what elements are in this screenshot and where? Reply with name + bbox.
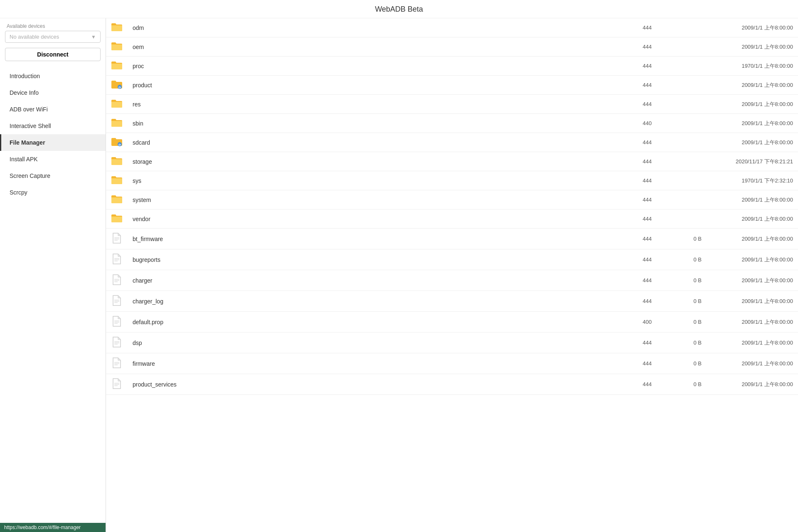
file-size: 0 B: [657, 270, 707, 291]
file-icon-cell: [106, 291, 128, 312]
file-size: [657, 171, 707, 190]
file-permissions: 444: [607, 229, 657, 249]
file-permissions: 400: [607, 312, 657, 332]
file-name: product_services: [128, 374, 607, 395]
file-size: 0 B: [657, 312, 707, 332]
folder-icon: [111, 99, 123, 108]
file-size: [657, 57, 707, 76]
table-row[interactable]: product_services 444 0 B 2009/1/1 上午8:00…: [106, 374, 798, 395]
folder-icon: ⟳: [111, 137, 123, 146]
file-icon-cell: [106, 374, 128, 395]
file-date: 2009/1/1 上午8:00:00: [707, 374, 798, 395]
table-row[interactable]: sbin 440 2009/1/1 上午8:00:00: [106, 114, 798, 133]
table-row[interactable]: ⟳ sdcard 444 2009/1/1 上午8:00:00: [106, 133, 798, 152]
file-permissions: 444: [607, 18, 657, 37]
folder-icon-cell: [106, 190, 128, 209]
table-row[interactable]: sys 444 1970/1/1 下午2:32:10: [106, 171, 798, 190]
file-name: product: [128, 76, 607, 95]
table-row[interactable]: proc 444 1970/1/1 上午8:00:00: [106, 57, 798, 76]
app-header: WebADB Beta: [0, 0, 798, 18]
table-row[interactable]: res 444 2009/1/1 上午8:00:00: [106, 95, 798, 114]
file-name: storage: [128, 152, 607, 171]
file-permissions: 444: [607, 37, 657, 57]
sidebar-item-screen-capture[interactable]: Screen Capture: [0, 167, 106, 184]
folder-icon-cell: [106, 57, 128, 76]
device-select-dropdown[interactable]: No available devices ▼: [5, 31, 101, 43]
folder-icon: [111, 175, 123, 185]
folder-icon-cell: ⟳: [106, 76, 128, 95]
file-date: 2009/1/1 上午8:00:00: [707, 249, 798, 270]
file-permissions: 444: [607, 190, 657, 209]
table-row[interactable]: storage 444 2020/11/17 下午8:21:21: [106, 152, 798, 171]
svg-text:⟳: ⟳: [118, 143, 121, 146]
folder-icon-cell: [106, 114, 128, 133]
file-manager-content[interactable]: odm 444 2009/1/1 上午8:00:00 oem 444 2009/…: [106, 18, 798, 532]
file-name: res: [128, 95, 607, 114]
devices-label: Available devices: [0, 23, 106, 31]
file-permissions: 440: [607, 114, 657, 133]
file-icon-cell: [106, 270, 128, 291]
sidebar: Available devices No available devices ▼…: [0, 18, 106, 532]
table-row[interactable]: oem 444 2009/1/1 上午8:00:00: [106, 37, 798, 57]
file-size: 0 B: [657, 291, 707, 312]
folder-icon: [111, 22, 123, 32]
file-date: 2009/1/1 上午8:00:00: [707, 76, 798, 95]
file-icon-cell: [106, 312, 128, 332]
sidebar-item-interactive-shell[interactable]: Interactive Shell: [0, 118, 106, 134]
file-icon-cell: [106, 229, 128, 249]
folder-icon: [111, 61, 123, 70]
table-row[interactable]: system 444 2009/1/1 上午8:00:00: [106, 190, 798, 209]
table-row[interactable]: charger_log 444 0 B 2009/1/1 上午8:00:00: [106, 291, 798, 312]
file-date: 2009/1/1 上午8:00:00: [707, 291, 798, 312]
file-icon-cell: [106, 332, 128, 353]
table-row[interactable]: ⟳ product 444 2009/1/1 上午8:00:00: [106, 76, 798, 95]
file-name: charger_log: [128, 291, 607, 312]
table-row[interactable]: dsp 444 0 B 2009/1/1 上午8:00:00: [106, 332, 798, 353]
file-permissions: 444: [607, 133, 657, 152]
table-row[interactable]: bt_firmware 444 0 B 2009/1/1 上午8:00:00: [106, 229, 798, 249]
sidebar-nav: Introduction Device Info ADB over WiFi I…: [0, 68, 106, 523]
sidebar-item-introduction[interactable]: Introduction: [0, 68, 106, 84]
file-table: odm 444 2009/1/1 上午8:00:00 oem 444 2009/…: [106, 18, 798, 395]
disconnect-button[interactable]: Disconnect: [5, 48, 101, 61]
sidebar-item-adb-over-wifi[interactable]: ADB over WiFi: [0, 101, 106, 118]
table-row[interactable]: default.prop 400 0 B 2009/1/1 上午8:00:00: [106, 312, 798, 332]
file-name: system: [128, 190, 607, 209]
sidebar-item-file-manager[interactable]: File Manager: [0, 134, 106, 151]
table-row[interactable]: bugreports 444 0 B 2009/1/1 上午8:00:00: [106, 249, 798, 270]
table-row[interactable]: vendor 444 2009/1/1 上午8:00:00: [106, 209, 798, 229]
app-body: Available devices No available devices ▼…: [0, 18, 798, 532]
file-permissions: 444: [607, 291, 657, 312]
folder-icon-cell: [106, 171, 128, 190]
sidebar-item-device-info[interactable]: Device Info: [0, 84, 106, 101]
table-row[interactable]: charger 444 0 B 2009/1/1 上午8:00:00: [106, 270, 798, 291]
file-name: proc: [128, 57, 607, 76]
folder-icon: [111, 156, 123, 165]
file-size: [657, 18, 707, 37]
folder-icon-cell: [106, 95, 128, 114]
file-size: 0 B: [657, 374, 707, 395]
folder-icon: ⟳: [111, 80, 123, 89]
file-name: charger: [128, 270, 607, 291]
table-row[interactable]: firmware 444 0 B 2009/1/1 上午8:00:00: [106, 353, 798, 374]
file-icon: [112, 233, 121, 244]
file-size: [657, 76, 707, 95]
file-size: [657, 133, 707, 152]
file-size: 0 B: [657, 353, 707, 374]
file-icon-cell: [106, 249, 128, 270]
sidebar-item-install-apk[interactable]: Install APK: [0, 151, 106, 167]
file-icon: [112, 274, 121, 285]
file-date: 2009/1/1 上午8:00:00: [707, 312, 798, 332]
file-date: 2009/1/1 上午8:00:00: [707, 229, 798, 249]
file-permissions: 444: [607, 270, 657, 291]
file-permissions: 444: [607, 249, 657, 270]
sidebar-item-scrcpy[interactable]: Scrcpy: [0, 184, 106, 201]
app-title: WebADB Beta: [375, 5, 423, 13]
file-icon: [112, 337, 121, 347]
file-icon: [112, 316, 121, 327]
table-row[interactable]: odm 444 2009/1/1 上午8:00:00: [106, 18, 798, 37]
file-date: 2009/1/1 上午8:00:00: [707, 18, 798, 37]
file-name: sys: [128, 171, 607, 190]
file-date: 2009/1/1 上午8:00:00: [707, 37, 798, 57]
file-name: oem: [128, 37, 607, 57]
